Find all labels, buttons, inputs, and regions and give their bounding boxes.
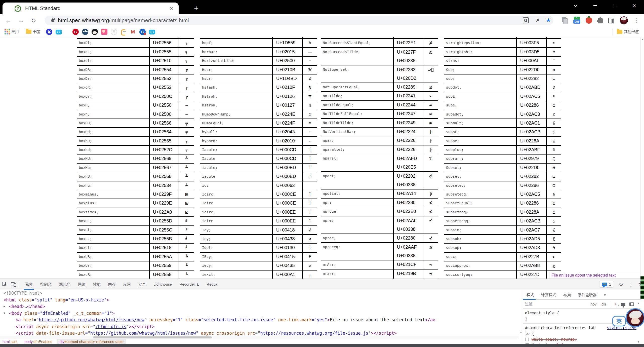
profile-avatar[interactable] bbox=[620, 16, 628, 24]
window-close-button[interactable]: × bbox=[624, 0, 644, 11]
devtools-tab-Lighthouse[interactable]: Lighthouse bbox=[150, 279, 176, 290]
device-toolbar-icon[interactable] bbox=[9, 280, 18, 289]
elements-scroll-down-icon[interactable]: ▼ bbox=[520, 331, 522, 334]
devtools-tab-性能[interactable]: 性能 bbox=[89, 279, 104, 290]
issues-badge[interactable]: 1 bbox=[599, 281, 614, 288]
elements-hscrollbar[interactable] bbox=[0, 336, 519, 339]
browser-tab[interactable]: ? HTML Standard × bbox=[3, 3, 179, 14]
hscrollbar-thumb[interactable] bbox=[93, 336, 212, 338]
apps-grid-icon[interactable] bbox=[5, 29, 10, 34]
ime-language-badge[interactable]: 英 bbox=[612, 316, 626, 326]
docs-extension-icon[interactable] bbox=[561, 17, 568, 24]
maximize-button[interactable] bbox=[605, 0, 624, 11]
devtools-tab-元素[interactable]: 元素 bbox=[21, 279, 36, 290]
devtools-tab-Recorder[interactable]: Recorder bbox=[176, 279, 203, 290]
page-scrollbar[interactable]: ▲ bbox=[640, 37, 644, 279]
char-row: boxdR;U+02552╒ bbox=[77, 83, 194, 92]
new-style-rule-button[interactable]: + bbox=[614, 301, 617, 307]
styles-filter-input[interactable]: 过滤 bbox=[525, 302, 533, 306]
file-issue-link[interactable]: File an issue about the selected text bbox=[551, 273, 616, 277]
styles-tab-样式[interactable]: 样式 bbox=[527, 290, 534, 300]
scrollbar-thumb-markers[interactable] bbox=[640, 276, 644, 299]
monkey-favicon[interactable] bbox=[92, 29, 98, 35]
other-bookmarks[interactable]: 其他书签 bbox=[613, 26, 640, 37]
minimize-button[interactable] bbox=[585, 0, 605, 11]
dom-tree-line[interactable]: <!DOCTYPE html> bbox=[0, 290, 519, 297]
tab-search-button[interactable] bbox=[566, 0, 585, 11]
dom-tree-line[interactable]: <a href="https://github.com/whatwg/html/… bbox=[0, 317, 519, 323]
breadcrumb-html[interactable]: html.split bbox=[0, 339, 20, 344]
char-code: U+0224E bbox=[276, 110, 302, 119]
lock-icon[interactable] bbox=[51, 19, 54, 22]
devtools-tab-安全[interactable]: 安全 bbox=[135, 279, 150, 290]
on-extension-icon[interactable]: ON bbox=[574, 17, 580, 24]
styles-scroll-down-icon[interactable]: ▼ bbox=[637, 340, 640, 343]
devtools-tab-内存[interactable]: 内存 bbox=[104, 279, 119, 290]
devtools-tab-源代码[interactable]: 源代码 bbox=[55, 279, 74, 290]
dom-tree-line[interactable]: ▼<body class="dfnEnabled" _c_t_common="1… bbox=[0, 310, 519, 317]
property-checkbox[interactable] bbox=[526, 338, 529, 341]
devtools-settings-icon[interactable]: ⚙ bbox=[619, 281, 623, 287]
leetcode-favicon[interactable] bbox=[120, 29, 127, 35]
devtools-more-icon[interactable]: ⋮ bbox=[628, 281, 633, 287]
anime-favicon[interactable] bbox=[101, 29, 107, 35]
forward-button[interactable]: → bbox=[16, 16, 26, 25]
extensions-puzzle-icon[interactable] bbox=[598, 18, 603, 23]
char-table-column-1: boxDL;U+02557╗boxDl;U+02556╖boxdL;U+0255… bbox=[77, 37, 194, 279]
devtools-tab-Redux[interactable]: Redux bbox=[203, 279, 221, 290]
collapsed-arrow-icon[interactable]: ▶ bbox=[4, 303, 8, 310]
reload-button[interactable]: ↻ bbox=[29, 16, 38, 25]
baidu-favicon[interactable] bbox=[46, 29, 52, 35]
cls-toggle[interactable]: .cls bbox=[600, 302, 606, 306]
devtools-tab-网络[interactable]: 网络 bbox=[74, 279, 89, 290]
inspect-element-icon[interactable] bbox=[0, 280, 9, 289]
new-tab-button[interactable]: + bbox=[192, 4, 201, 13]
bilibili-favicon[interactable] bbox=[56, 30, 62, 34]
side-panel-icon[interactable] bbox=[608, 18, 614, 23]
browser-menu-icon[interactable]: ⋮ bbox=[633, 17, 639, 24]
styles-tab-事件监听器[interactable]: 事件监听器 bbox=[578, 290, 597, 300]
breadcrumb-body[interactable]: body.dfnEnabled bbox=[22, 339, 55, 344]
docker-favicon[interactable] bbox=[82, 29, 88, 35]
css-rule-selector[interactable]: #named-character-references-table {style… bbox=[525, 325, 640, 337]
styles-scroll-up-icon[interactable]: ▲ bbox=[637, 302, 640, 304]
rendering-icon[interactable] bbox=[621, 303, 625, 306]
ig-favicon[interactable]: G bbox=[72, 29, 79, 35]
scroll-up-icon[interactable]: ▲ bbox=[641, 38, 644, 41]
dom-tree-line[interactable]: <script data-file-issue-url="https://git… bbox=[0, 330, 519, 336]
css-property[interactable]: white-space: nowrap; bbox=[525, 337, 640, 342]
tomato-extension-icon[interactable] bbox=[586, 17, 592, 24]
css-rule-selector[interactable]: element.style { bbox=[525, 310, 640, 316]
more-tabs-icon[interactable]: » bbox=[604, 292, 606, 297]
devtools-tab-应用[interactable]: 应用 bbox=[119, 279, 135, 290]
styles-tab-布局[interactable]: 布局 bbox=[563, 290, 571, 300]
address-bar[interactable]: html.spec.whatwg.org/multipage/named-cha… bbox=[45, 16, 553, 25]
back-button[interactable]: ← bbox=[4, 16, 13, 25]
bookmarks-folder-icon[interactable] bbox=[26, 30, 31, 34]
sidebar-toggle-icon[interactable] bbox=[629, 302, 634, 306]
char-glyph: ┘ bbox=[179, 244, 194, 252]
bookmark-star-icon[interactable]: ★ bbox=[546, 17, 551, 24]
apps-label[interactable]: 应用 bbox=[11, 29, 19, 34]
share-icon[interactable]: ↗ bbox=[535, 17, 540, 23]
styles-tab-计算样式[interactable]: 计算样式 bbox=[541, 290, 556, 300]
cnblue-favicon[interactable]: C bbox=[139, 29, 146, 35]
dom-tree-line[interactable]: <html class="split" lang="en-US-x-hixie"… bbox=[0, 297, 519, 303]
assistant-avatar[interactable] bbox=[626, 308, 644, 327]
gmail-favicon[interactable]: M bbox=[130, 29, 136, 35]
pseudo-hov-toggle[interactable]: :hov bbox=[590, 302, 596, 306]
breadcrumb-div[interactable]: div#named-character-references-table bbox=[57, 339, 126, 344]
devtools-tab-控制台[interactable]: 控制台 bbox=[36, 279, 55, 290]
dom-tree-line[interactable]: ▶<head>…</head> bbox=[0, 303, 519, 310]
rabbit-favicon[interactable] bbox=[111, 29, 117, 35]
devtools-tab-label: 应用 bbox=[123, 279, 131, 290]
expanded-arrow-icon[interactable]: ▼ bbox=[4, 310, 8, 317]
translate-icon[interactable]: G bbox=[523, 17, 529, 23]
tab-close-icon[interactable]: × bbox=[170, 6, 173, 11]
dom-tree-line[interactable]: <script async crossorigin src="/html-dfn… bbox=[0, 323, 519, 330]
other-bookmarks-label[interactable]: 其他书签 bbox=[624, 29, 639, 34]
url-text[interactable]: html.spec.whatwg.org/multipage/named-cha… bbox=[58, 17, 189, 23]
char-code: U+02224 bbox=[397, 128, 423, 136]
bookmarks-folder-label[interactable]: 书签 bbox=[33, 29, 41, 34]
bilibili2-favicon[interactable] bbox=[149, 30, 155, 34]
